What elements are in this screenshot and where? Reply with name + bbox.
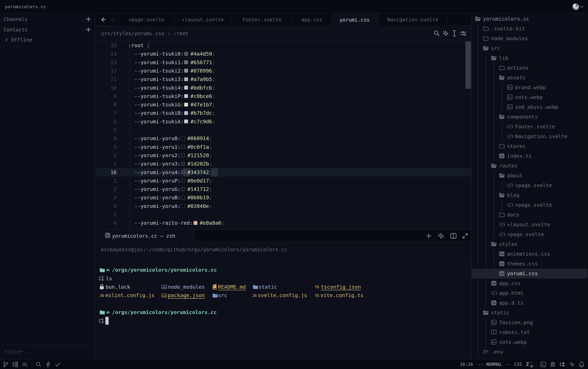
color-swatch[interactable] [181, 196, 185, 199]
color-swatch[interactable] [184, 60, 188, 64]
color-swatch[interactable] [181, 145, 185, 149]
tree-item-docs[interactable]: docs [472, 210, 588, 220]
color-swatch[interactable] [194, 221, 197, 225]
ls-entry[interactable]: svelte.config.js [258, 291, 307, 300]
tree-item-robots.txt[interactable]: robots.txt [472, 328, 588, 337]
tree-item-node_modules[interactable]: node_modules [472, 34, 588, 43]
color-swatch[interactable] [184, 77, 188, 81]
ls-entry[interactable]: README.md [218, 283, 246, 291]
tree-item-stores[interactable]: stores [472, 141, 588, 151]
outline-panel-icon[interactable] [12, 361, 18, 367]
terminal-assist-icon[interactable] [437, 232, 445, 240]
color-swatch[interactable] [181, 162, 185, 166]
tree-item-about[interactable]: about [472, 171, 588, 181]
tree-item-+page.svelte[interactable]: +page.svelte [472, 200, 588, 210]
tree-item-static[interactable]: static [472, 308, 588, 318]
go-forward-icon[interactable] [110, 16, 116, 23]
color-swatch[interactable] [181, 187, 185, 191]
code-editor[interactable]: 15:root {14 --yorumi-tsuki0:#4a4d59;13 -… [96, 41, 471, 229]
tree-item-routes[interactable]: routes [472, 161, 588, 171]
filter-input[interactable]: Filter... [5, 349, 32, 355]
diagnostics-icon[interactable] [550, 361, 556, 367]
tree-item-+page.svelte[interactable]: +page.svelte [472, 229, 588, 239]
ls-entry[interactable]: eslint.config.js [105, 291, 155, 300]
color-swatch[interactable] [181, 204, 185, 208]
tree-item-blog[interactable]: blog [472, 190, 588, 200]
breadcrumb[interactable]: src/styles/yorumi.css › :root [101, 30, 189, 36]
git-branch-icon[interactable] [3, 361, 9, 367]
search-icon[interactable] [433, 30, 441, 37]
tab-footer-svelte[interactable]: Footer.svelte [231, 13, 292, 26]
tree-item-lib[interactable]: lib [472, 53, 588, 63]
color-swatch[interactable] [181, 153, 185, 157]
tree-item-brand.webp[interactable]: brand.webp [472, 82, 588, 92]
go-back-icon[interactable] [100, 16, 106, 23]
ls-entry[interactable]: node_modules [168, 283, 205, 291]
editor-settings-icon[interactable] [460, 30, 467, 37]
panels-icon[interactable] [559, 361, 565, 367]
tasks-icon[interactable] [55, 361, 61, 367]
terminal-content[interactable]: ∞/orgs/yorumicolors/yorumicolors.cclsbun… [96, 257, 471, 360]
color-swatch[interactable] [181, 136, 185, 140]
color-swatch[interactable] [184, 94, 188, 98]
color-swatch[interactable] [181, 179, 185, 183]
tree-item-animations.css[interactable]: CSSanimations.css [472, 249, 588, 259]
edit-prediction-icon[interactable]: Z✦ [525, 361, 534, 368]
color-swatch[interactable] [184, 120, 188, 123]
performance-icon[interactable] [45, 361, 51, 367]
ls-entry[interactable]: bun.lock [105, 283, 130, 291]
tree-item-footer.svelte[interactable]: Footer.svelte [472, 122, 588, 132]
tree-item-yorumi.css[interactable]: CSSyorumi.css [472, 269, 588, 278]
tree-item-+layout.svelte[interactable]: +layout.svelte [472, 220, 588, 229]
tree-item-components[interactable]: components [472, 112, 588, 122]
tree-item-favicon.png[interactable]: favicon.png [472, 318, 588, 328]
terminal-toggle-icon[interactable] [540, 361, 546, 367]
tree-item-yorumicolors.cc[interactable]: yorumicolors.cc [472, 14, 588, 24]
color-swatch[interactable] [181, 170, 185, 174]
cursor-position[interactable]: 16:26 [460, 362, 473, 367]
assistant-icon[interactable] [569, 361, 575, 367]
tab-app-css[interactable]: app.css [292, 13, 331, 26]
ls-entry[interactable]: tsconfig.json [321, 283, 361, 291]
new-terminal-icon[interactable] [426, 232, 432, 240]
ls-entry[interactable]: package.json [168, 291, 205, 300]
tab-navigation-svelte[interactable]: Navigation.svelte [378, 13, 448, 26]
color-swatch[interactable] [184, 69, 188, 72]
tab--layout-svelte[interactable]: +layout.svelte [174, 13, 231, 26]
add-contact-button[interactable] [85, 26, 92, 33]
collab-panel-icon[interactable] [22, 361, 28, 367]
maximize-pane-icon[interactable] [462, 232, 468, 240]
tree-item-zed_abyss.webp[interactable]: zed_abyss.webp [472, 102, 588, 112]
project-search-icon[interactable] [36, 361, 42, 367]
tree-item-.env[interactable]: .env [472, 347, 588, 357]
tree-item-themes.css[interactable]: CSSthemes.css [472, 259, 588, 269]
tree-item-.svelte-kit[interactable]: .svelte-kit [472, 24, 588, 34]
color-swatch[interactable] [184, 86, 188, 90]
tree-item-+page.svelte[interactable]: +page.svelte [472, 181, 588, 190]
tree-item-navigation.svelte[interactable]: Navigation.svelte [472, 132, 588, 141]
color-swatch[interactable] [184, 52, 188, 56]
tree-item-sots.webp[interactable]: sots.webp [472, 337, 588, 347]
language-selector[interactable]: CSS [514, 362, 522, 367]
tree-item-src[interactable]: src [472, 43, 588, 53]
tree-item-app.d.ts[interactable]: TSapp.d.ts [472, 298, 588, 308]
user-avatar[interactable] [572, 3, 579, 10]
tree-item-index.ts[interactable]: TSindex.ts [472, 151, 588, 161]
tree-item-actions[interactable]: actions [472, 63, 588, 73]
ls-entry[interactable]: src [218, 291, 227, 300]
ls-entry[interactable]: vite.config.ts [320, 291, 364, 300]
notifications-icon[interactable] [579, 361, 585, 367]
text-cursor-icon[interactable] [451, 30, 458, 37]
vim-mode-indicator[interactable]: -- NORMAL -- [478, 362, 510, 367]
split-pane-icon[interactable] [450, 232, 457, 240]
ls-entry[interactable]: static [259, 283, 277, 291]
tree-item-styles[interactable]: styles [472, 239, 588, 249]
tab--page-svelte[interactable]: +page.svelte [119, 13, 174, 26]
color-swatch[interactable] [184, 111, 188, 115]
tree-item-sots.webp[interactable]: sots.webp [472, 92, 588, 102]
chevron-down-icon[interactable] [580, 5, 584, 8]
tab-yorumi-css[interactable]: yorumi.css [331, 13, 378, 26]
tree-item-assets[interactable]: assets [472, 73, 588, 82]
inline-assist-icon[interactable] [442, 30, 449, 37]
terminal-tab[interactable]: yorumicolors.cc — zsh [96, 230, 195, 242]
